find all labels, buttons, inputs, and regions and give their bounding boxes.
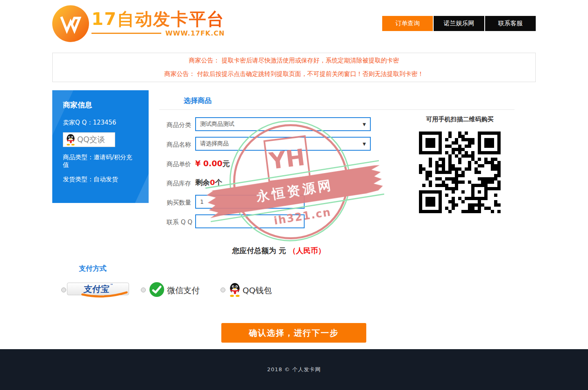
- alipay-logo: 支付宝™: [83, 283, 113, 295]
- merchant-notice: 商家公告： 提取卡密后请尽快激活使用或保存好，系统定期清除被提取的卡密 商家公告…: [52, 53, 536, 82]
- header: 17自动发卡平台 WWW.17FK.CN 订单查询 诺兰娱乐网 联系客服: [52, 0, 536, 47]
- nav-order-query-button[interactable]: 订单查询: [382, 16, 433, 31]
- section-title-select-product: 选择商品: [184, 96, 212, 105]
- qq-chat-label: QQ交谈: [77, 134, 105, 145]
- quantity-label: 购买数量: [167, 199, 195, 207]
- site-url: WWW.17FK.CN: [165, 29, 225, 37]
- total-amount-text: 您应付总额为 元: [232, 246, 286, 255]
- contact-qq-label: 联系 Q Q: [167, 218, 195, 226]
- qq-wallet-label[interactable]: QQ钱包: [243, 284, 272, 297]
- qr-caption: 可用手机扫描二维码购买: [419, 116, 501, 123]
- category-label: 商品分类: [167, 121, 195, 129]
- notice-line-1: 商家公告： 提取卡密后请尽快激活使用或保存好，系统定期清除被提取的卡密: [53, 57, 535, 65]
- logo-mark-icon: [52, 5, 89, 42]
- category-select[interactable]: 测试商品测试 ▼: [195, 117, 371, 131]
- site-title: 17自动发卡平台: [91, 10, 225, 29]
- stock-suffix: 个: [215, 178, 223, 187]
- unit-price-value: ¥ 0.00: [195, 159, 223, 168]
- wechat-pay-radio[interactable]: [141, 287, 146, 292]
- stock-value: 0: [210, 178, 215, 187]
- section-divider: [159, 109, 514, 110]
- section-title-payment: 支付方式: [79, 264, 107, 273]
- unit-price-label: 商品单价: [167, 160, 195, 168]
- stock-label: 商品库存: [167, 180, 195, 187]
- alipay-radio[interactable]: [61, 287, 66, 292]
- delivery-type: 发货类型：自动发货: [63, 176, 138, 183]
- qr-block: 可用手机扫描二维码购买: [419, 116, 501, 215]
- footer: 2018 © 个人发卡网: [0, 349, 588, 390]
- total-currency-note: （人民币）: [289, 246, 325, 255]
- nav-nolan-site-button[interactable]: 诺兰娱乐网: [434, 16, 484, 31]
- chevron-down-icon: ▼: [363, 142, 366, 146]
- product-name-label: 商品名称: [167, 141, 195, 149]
- wechat-pay-icon: [148, 281, 165, 299]
- nav-contact-support-button[interactable]: 联系客服: [485, 16, 536, 31]
- chevron-down-icon: ▼: [363, 122, 366, 127]
- total-amount-line: 您应付总额为 元 （人民币）: [159, 246, 398, 256]
- logo-underline: [91, 33, 161, 34]
- quantity-input[interactable]: [195, 195, 305, 209]
- product-name-select[interactable]: 请选择商品 ▼: [195, 137, 371, 151]
- alipay-option[interactable]: 支付宝™: [67, 283, 129, 295]
- contact-qq-input[interactable]: [195, 214, 305, 228]
- confirm-next-step-button[interactable]: 确认选择，进行下一步: [221, 323, 366, 343]
- notice-line-2: 商家公告： 付款后按提示点击确定跳转到提取页面，不可提前关闭窗口！否则无法提取到…: [53, 70, 535, 78]
- qr-code: [419, 131, 501, 213]
- seller-qq: 卖家Q Q：123456: [63, 119, 138, 127]
- qq-penguin-icon: [65, 134, 76, 146]
- unit-price-unit: 元: [223, 159, 230, 168]
- wechat-pay-label[interactable]: 微信支付: [167, 284, 200, 297]
- payment-methods: 支付宝™ 微信支付: [52, 281, 420, 300]
- seller-info-title: 商家信息: [63, 100, 138, 110]
- qq-wallet-radio[interactable]: [220, 287, 225, 292]
- copyright-text: 2018 © 个人发卡网: [267, 366, 321, 373]
- product-type: 商品类型：邀请码/积分充值: [63, 154, 138, 169]
- qq-wallet-icon: [228, 282, 242, 297]
- product-name-select-value: 请选择商品: [200, 140, 229, 147]
- qq-chat-button[interactable]: QQ交谈: [63, 132, 115, 147]
- product-select-section: 选择商品 商品分类 测试商品测试 ▼ 商品名称 请选择商品 ▼ 商品单价 ¥ 0…: [159, 90, 536, 262]
- seller-info-panel: 商家信息 卖家Q Q：123456 QQ交谈 商品类型：邀请码/积分充值 发货类…: [52, 90, 149, 203]
- site-logo[interactable]: 17自动发卡平台 WWW.17FK.CN: [52, 5, 225, 42]
- stock-prefix: 剩余: [195, 178, 210, 187]
- category-select-value: 测试商品测试: [200, 120, 234, 128]
- top-nav: 订单查询 诺兰娱乐网 联系客服: [382, 16, 536, 31]
